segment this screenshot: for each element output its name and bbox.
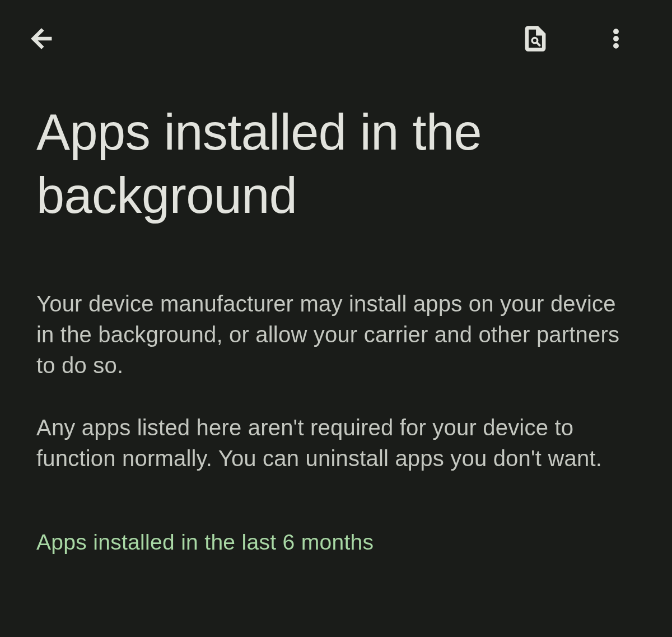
section-header-recent-apps: Apps installed in the last 6 months — [36, 530, 636, 555]
svg-line-1 — [537, 42, 540, 45]
svg-point-3 — [614, 36, 618, 40]
svg-point-2 — [614, 29, 618, 34]
main-content: Apps installed in the background Your de… — [0, 67, 672, 555]
app-bar-right — [516, 20, 650, 59]
search-in-page-icon — [521, 24, 550, 55]
svg-point-4 — [614, 43, 618, 48]
app-bar-left — [22, 20, 60, 59]
back-button[interactable] — [22, 20, 60, 59]
arrow-back-icon — [27, 24, 56, 55]
app-bar — [0, 0, 672, 67]
page-title: Apps installed in the background — [36, 101, 636, 227]
overflow-menu-button[interactable] — [599, 22, 633, 57]
description-paragraph-2: Any apps listed here aren't required for… — [36, 412, 636, 474]
search-in-page-button[interactable] — [516, 20, 554, 59]
more-vert-icon — [604, 26, 628, 53]
description-paragraph-1: Your device manufacturer may install app… — [36, 289, 636, 382]
